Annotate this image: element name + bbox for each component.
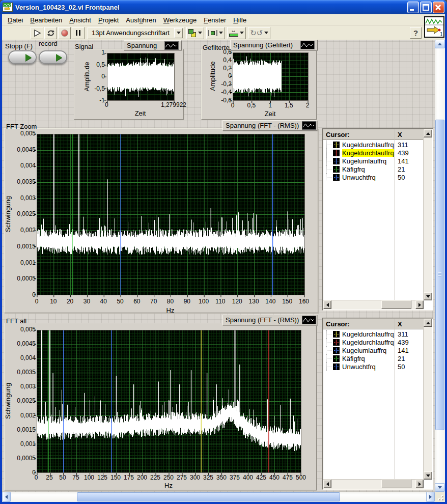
scroll-down-button[interactable] (424, 471, 432, 480)
tick-label: -1 (99, 97, 105, 103)
cursor-name[interactable]: Unwuchtfrq (342, 363, 376, 371)
scroll-right-button[interactable] (426, 492, 435, 502)
cursor-panel-hscrollbar[interactable] (323, 479, 424, 489)
vi-icon[interactable]: 1 (424, 16, 444, 38)
close-button[interactable] (433, 2, 444, 13)
scroll-left-button[interactable] (2, 492, 11, 502)
front-panel-viewport: Stopp (F) record Signal Spannung 10,50-0… (2, 40, 445, 502)
cursor-row[interactable]: Kugeldurchlauffrq Inne311 (323, 330, 424, 338)
run-button[interactable] (31, 27, 43, 39)
menu-item-bearbeiten[interactable]: Bearbeiten (26, 15, 66, 25)
minimize-button[interactable] (407, 2, 419, 13)
align-objects-dropdown[interactable] (186, 27, 204, 39)
pause-button[interactable] (72, 27, 85, 39)
menu-item-hilfe[interactable]: Hilfe (230, 15, 250, 25)
scroll-right-button[interactable] (415, 480, 424, 488)
font-selector-dropdown[interactable] (174, 28, 183, 38)
scrollbar-thumb[interactable] (77, 492, 340, 501)
cursor-style-icon[interactable] (333, 142, 340, 148)
scroll-down-button[interactable] (435, 483, 445, 492)
cursor-name[interactable]: Unwuchtfrq (342, 174, 376, 181)
fftzoom-graph[interactable] (37, 134, 304, 295)
cursor-style-icon[interactable] (333, 158, 340, 164)
cursor-name[interactable]: Käfigfrq (342, 165, 365, 173)
cursor-name[interactable]: Kugeldurchlauffrq Auße (342, 339, 394, 346)
scroll-down-button[interactable] (424, 292, 432, 300)
fft-zoom-plot-legend[interactable]: Spannung (FFT - (RMS)) (222, 120, 317, 131)
scroll-left-button[interactable] (323, 300, 331, 309)
signal-plot[interactable] (107, 53, 175, 101)
fftall-graph[interactable] (37, 330, 301, 472)
scroll-up-button[interactable] (424, 129, 432, 137)
scrollbar-thumb[interactable] (435, 120, 444, 430)
cursor-style-icon[interactable] (333, 347, 340, 354)
scroll-up-button[interactable] (435, 40, 445, 48)
cursor-row[interactable]: Unwuchtfrq50 (323, 173, 424, 181)
scrollbar-thumb[interactable] (381, 300, 411, 309)
reorder-dropdown[interactable]: ↻↺ (248, 27, 270, 39)
gefiltert-plot-legend[interactable]: Spannung (Gefiltert) (230, 40, 318, 50)
cursor-row[interactable]: Kugelumlauffrq141 (323, 346, 424, 354)
menu-item-projekt[interactable]: Projekt (95, 15, 122, 25)
signal-graph[interactable] (107, 53, 174, 100)
arrow-up-icon (438, 43, 442, 45)
cursor-panel-vscrollbar[interactable] (423, 129, 432, 300)
window-horizontal-scrollbar[interactable] (2, 492, 435, 502)
cursor-panel-hscrollbar[interactable] (323, 300, 424, 310)
cursor-row[interactable]: Käfigfrq21 (323, 354, 424, 362)
maximize-button[interactable] (420, 2, 432, 13)
menu-item-werkzeuge[interactable]: Werkzeuge (160, 15, 201, 25)
abort-execution-button[interactable] (58, 27, 71, 39)
fft-all-plot[interactable] (37, 330, 301, 473)
cursor-name[interactable]: Kugeldurchlauffrq Auß (342, 149, 394, 157)
tree-connector (326, 330, 333, 338)
cursor-style-icon[interactable] (333, 355, 340, 362)
cursor-style-icon[interactable] (333, 331, 340, 338)
cursor-row[interactable]: Käfigfrq21 (323, 165, 424, 173)
tick-label: 325 (202, 474, 215, 481)
distribute-objects-dropdown[interactable] (206, 27, 225, 39)
cursor-row[interactable]: Kugelumlauffrq141 (323, 157, 424, 165)
fft-all-plot-legend[interactable]: Spannung (FFT - (RMS)) (222, 315, 317, 325)
cursor-style-icon[interactable] (333, 363, 340, 370)
window-vertical-scrollbar[interactable] (435, 40, 445, 492)
cursor-row[interactable]: Kugeldurchlauffrq Inn311 (323, 141, 424, 149)
cursor-style-icon[interactable] (333, 150, 340, 156)
tick-label: 0,2 (223, 65, 232, 71)
menu-item-fenster[interactable]: Fenster (200, 15, 230, 25)
context-help-button[interactable]: ? (410, 27, 422, 39)
fft-zoom-plot[interactable] (37, 134, 305, 295)
cursor-name[interactable]: Käfigfrq (342, 355, 365, 362)
scroll-up-button[interactable] (424, 319, 432, 327)
title-bar[interactable]: Version_100423_02.vi Frontpanel (0, 0, 447, 14)
font-selector[interactable]: 13pt Anwendungsschriftart (88, 27, 184, 39)
resize-objects-dropdown[interactable] (227, 27, 246, 39)
menu-item-ansicht[interactable]: Ansicht (66, 15, 95, 25)
cursor-style-icon[interactable] (333, 339, 340, 346)
signal-x-axis: 01,279922 (105, 101, 186, 108)
cursor-name[interactable]: Kugeldurchlauffrq Inne (342, 330, 394, 338)
scroll-left-button[interactable] (323, 480, 331, 488)
scrollbar-thumb[interactable] (381, 480, 411, 488)
signal-plot-legend[interactable]: Spannung (124, 40, 182, 50)
cursor-row[interactable]: Kugeldurchlauffrq Auße439 (323, 338, 424, 346)
cursor-name[interactable]: Kugelumlauffrq (342, 157, 386, 165)
gefiltert-graph[interactable] (233, 53, 308, 100)
resize-grip[interactable] (435, 492, 445, 502)
cursor-name[interactable]: Kugeldurchlauffrq Inn (342, 141, 394, 149)
record-button[interactable] (39, 50, 67, 64)
cursor-panel-vscrollbar[interactable] (423, 319, 432, 480)
stop-button[interactable] (8, 50, 37, 64)
cursor-x-value: 439 (398, 339, 409, 346)
scroll-right-button[interactable] (415, 300, 424, 309)
cursor-style-icon[interactable] (333, 166, 340, 173)
gefiltert-plot[interactable] (233, 52, 309, 101)
cursor-style-icon[interactable] (333, 174, 340, 181)
run-continuously-button[interactable] (44, 27, 57, 39)
waveform-icon (164, 41, 179, 50)
menu-item-ausführen[interactable]: Ausführen (122, 15, 159, 25)
menu-item-datei[interactable]: Datei (4, 15, 26, 25)
cursor-name[interactable]: Kugelumlauffrq (342, 347, 386, 354)
cursor-row[interactable]: Unwuchtfrq50 (323, 362, 424, 371)
cursor-row[interactable]: Kugeldurchlauffrq Auß439 (323, 149, 424, 157)
